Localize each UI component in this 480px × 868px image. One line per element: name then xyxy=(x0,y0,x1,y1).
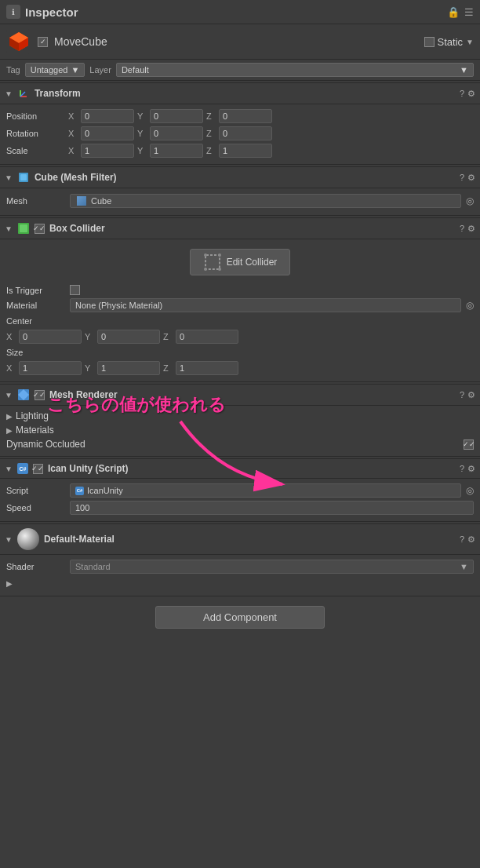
center-y-field[interactable] xyxy=(97,330,160,344)
position-x-field[interactable] xyxy=(81,109,134,123)
scale-x-field[interactable] xyxy=(81,144,134,158)
tag-label: Tag xyxy=(6,65,20,75)
rotation-label: Rotation xyxy=(6,129,65,138)
scale-z-field[interactable] xyxy=(219,144,272,158)
menu-icon[interactable]: ☰ xyxy=(464,6,474,18)
mesh-filter-help[interactable]: ? xyxy=(460,173,464,183)
mesh-filter-arrow[interactable]: ▼ xyxy=(5,173,13,182)
svg-point-13 xyxy=(204,253,207,257)
mesh-renderer-container: ▼ ✓ Mesh Renderer ? ⚙ ▶ Lighting ▶ Mater… xyxy=(0,384,480,457)
svg-rect-12 xyxy=(205,255,220,269)
shader-dropdown[interactable]: Standard ▼ xyxy=(70,560,474,574)
edit-collider-icon xyxy=(203,253,222,272)
mesh-renderer-arrow[interactable]: ▼ xyxy=(5,391,13,399)
collider-material-label: Material xyxy=(6,301,65,310)
lighting-row: ▶ Lighting xyxy=(6,409,474,423)
material-sphere-icon xyxy=(17,528,39,550)
script-field[interactable]: C# IcanUnity xyxy=(70,483,461,498)
object-checkbox[interactable] xyxy=(38,37,48,47)
position-z-field[interactable] xyxy=(219,109,272,123)
object-checkbox-label xyxy=(38,37,48,47)
ican-unity-cs-icon: C# xyxy=(17,463,28,474)
rotation-x-field[interactable] xyxy=(81,126,134,140)
inspector-header: ℹ Inspector 🔒 ☰ xyxy=(0,0,480,24)
object-name: MoveCube xyxy=(54,35,418,48)
materials-row: ▶ Materials xyxy=(6,423,474,437)
center-label: Center xyxy=(6,316,32,326)
add-component-button[interactable]: Add Component xyxy=(155,606,325,629)
is-trigger-checkbox[interactable] xyxy=(70,285,80,295)
ican-unity-help[interactable]: ? xyxy=(460,464,464,474)
svg-point-16 xyxy=(218,268,221,271)
center-row: X Y Z xyxy=(6,328,474,345)
edit-collider-button[interactable]: Edit Collider xyxy=(190,249,291,275)
mesh-field[interactable]: Cube xyxy=(70,194,461,208)
mesh-renderer-checkbox[interactable]: ✓ xyxy=(35,390,45,400)
script-cs-small-icon: C# xyxy=(75,487,84,495)
default-material-arrow[interactable]: ▼ xyxy=(5,535,13,544)
default-material-gear[interactable]: ⚙ xyxy=(467,534,475,545)
layer-dropdown[interactable]: Default ▼ xyxy=(116,63,474,77)
rotation-row: Rotation X Y Z xyxy=(6,125,474,142)
dynamic-occluded-row: Dynamic Occluded ✓ xyxy=(6,437,474,451)
shader-label: Shader xyxy=(6,562,65,571)
box-collider-checkbox[interactable]: ✓ xyxy=(35,224,45,234)
rotation-y-field[interactable] xyxy=(150,126,203,140)
default-material-body: Shader Standard ▼ ▶ xyxy=(0,555,480,596)
tag-dropdown[interactable]: Untagged ▼ xyxy=(25,63,85,77)
static-dropdown-arrow[interactable]: ▼ xyxy=(466,38,474,46)
mesh-filter-section-header: ▼ Cube (Mesh Filter) ? ⚙ xyxy=(0,166,480,188)
dynamic-occluded-checkbox[interactable]: ✓ xyxy=(464,439,474,450)
inspector-icon: ℹ xyxy=(6,5,20,19)
mesh-filter-gear[interactable]: ⚙ xyxy=(467,173,475,183)
mesh-target-icon[interactable]: ◎ xyxy=(466,195,474,206)
center-x-field[interactable] xyxy=(19,330,82,344)
svg-point-14 xyxy=(218,253,221,257)
transform-arrow[interactable]: ▼ xyxy=(5,89,13,98)
ican-unity-gear[interactable]: ⚙ xyxy=(467,464,475,474)
add-component-section: Add Component xyxy=(0,596,480,638)
box-collider-help[interactable]: ? xyxy=(460,224,464,234)
mesh-label: Mesh xyxy=(6,196,65,206)
mesh-renderer-gear[interactable]: ⚙ xyxy=(467,390,475,400)
scale-y-field[interactable] xyxy=(150,144,203,158)
box-collider-title: Box Collider xyxy=(49,223,455,234)
mesh-renderer-icon xyxy=(17,388,30,401)
ican-unity-arrow[interactable]: ▼ xyxy=(5,465,13,473)
collider-material-field[interactable]: None (Physic Material) xyxy=(70,298,461,312)
svg-point-15 xyxy=(204,268,207,271)
script-row: Script C# IcanUnity ◎ xyxy=(6,482,474,499)
mesh-cube-icon xyxy=(77,196,86,206)
box-collider-icon xyxy=(17,222,30,235)
box-collider-gear[interactable]: ⚙ xyxy=(467,224,475,234)
box-collider-arrow[interactable]: ▼ xyxy=(5,224,13,233)
collider-material-target[interactable]: ◎ xyxy=(466,300,474,311)
position-label: Position xyxy=(6,111,65,121)
center-z-field[interactable] xyxy=(176,330,238,344)
lighting-label: Lighting xyxy=(16,410,49,421)
lock-icon[interactable]: 🔒 xyxy=(447,6,460,18)
transform-body: Position X Y Z Rotation X Y Z Scale X Y … xyxy=(0,104,480,165)
default-material-title: Default-Material xyxy=(44,534,455,545)
is-trigger-label: Is Trigger xyxy=(6,286,65,295)
transform-help[interactable]: ? xyxy=(460,89,464,99)
size-y-field[interactable] xyxy=(97,361,160,375)
position-y-field[interactable] xyxy=(150,109,203,123)
ican-unity-checkbox[interactable]: ✓ xyxy=(33,464,43,474)
shader-row: Shader Standard ▼ xyxy=(6,558,474,575)
mesh-renderer-help[interactable]: ? xyxy=(460,390,464,400)
size-z-field[interactable] xyxy=(176,361,238,375)
object-row: MoveCube Static ▼ xyxy=(0,24,480,60)
static-row: Static ▼ xyxy=(424,36,474,48)
transform-gear[interactable]: ⚙ xyxy=(467,89,475,99)
scale-row: Scale X Y Z xyxy=(6,142,474,159)
script-target-icon[interactable]: ◎ xyxy=(466,485,474,496)
size-x-field[interactable] xyxy=(19,361,82,375)
speed-label: Speed xyxy=(6,503,65,512)
static-checkbox[interactable] xyxy=(424,37,435,47)
default-material-help[interactable]: ? xyxy=(460,534,464,545)
speed-field[interactable] xyxy=(70,501,474,515)
ican-unity-title: Ican Unity (Script) xyxy=(48,463,455,474)
mesh-filter-title: Cube (Mesh Filter) xyxy=(35,172,455,183)
rotation-z-field[interactable] xyxy=(219,126,272,140)
